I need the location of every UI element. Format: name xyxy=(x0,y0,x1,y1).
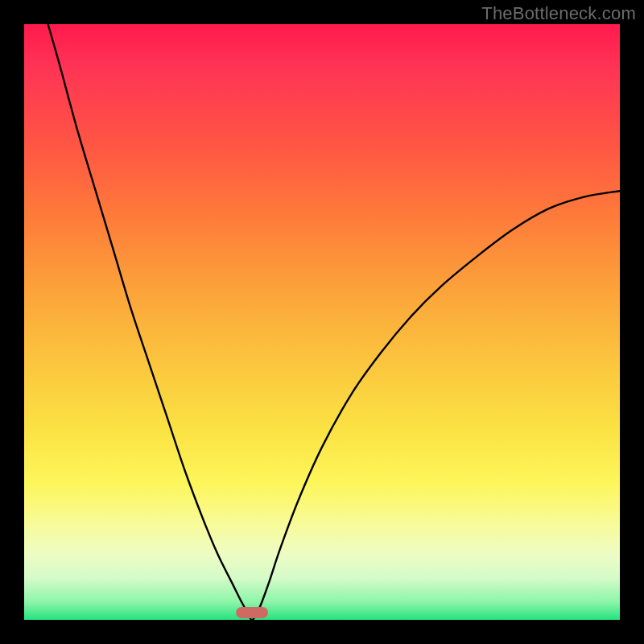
watermark-text: TheBottleneck.com xyxy=(481,3,636,24)
bottleneck-curve xyxy=(48,24,620,620)
plot-area xyxy=(24,24,620,620)
optimum-marker xyxy=(236,607,268,618)
chart-frame: TheBottleneck.com xyxy=(0,0,644,644)
curve-svg xyxy=(24,24,620,620)
